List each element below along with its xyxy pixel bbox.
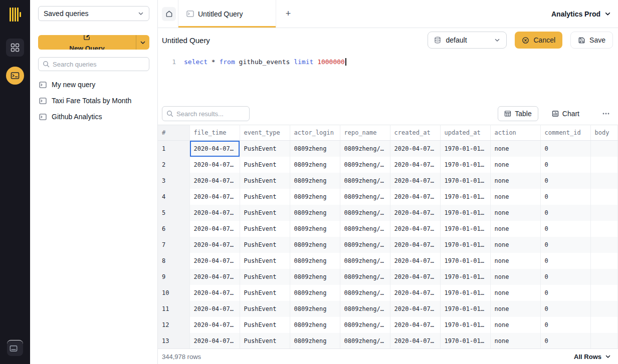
cell-body[interactable] xyxy=(590,141,618,157)
cancel-button[interactable]: Cancel xyxy=(515,32,562,49)
cell-actor_login[interactable]: 0809zheng xyxy=(290,189,340,205)
cell-body[interactable] xyxy=(590,221,618,237)
cell-repo_name[interactable]: 0809zheng/… xyxy=(340,253,390,269)
cell-created_at[interactable]: 2020-04-07… xyxy=(390,141,440,157)
cell-updated_at[interactable]: 1970-01-01… xyxy=(440,141,490,157)
cell-actor_login[interactable]: 0809zheng xyxy=(290,141,340,157)
cell-file_time[interactable]: 2020-04-07… xyxy=(189,301,240,317)
cell-comment_id[interactable]: 0 xyxy=(540,189,590,205)
row-number-cell[interactable]: 1 xyxy=(158,141,189,157)
cell-updated_at[interactable]: 1970-01-01… xyxy=(440,333,490,349)
database-select[interactable]: default xyxy=(428,32,507,49)
cell-event_type[interactable]: PushEvent xyxy=(240,269,290,285)
cell-actor_login[interactable]: 0809zheng xyxy=(290,253,340,269)
cell-actor_login[interactable]: 0809zheng xyxy=(290,269,340,285)
save-button[interactable]: Save xyxy=(570,32,613,49)
rail-item-terminal[interactable] xyxy=(7,340,23,356)
service-selector[interactable]: Analytics Prod xyxy=(551,10,611,18)
cell-repo_name[interactable]: 0809zheng/… xyxy=(340,221,390,237)
cell-event_type[interactable]: PushEvent xyxy=(240,221,290,237)
cell-event_type[interactable]: PushEvent xyxy=(240,141,290,157)
cell-event_type[interactable]: PushEvent xyxy=(240,173,290,189)
saved-queries-select[interactable]: Saved queries xyxy=(38,6,149,21)
cell-created_at[interactable]: 2020-04-07… xyxy=(390,285,440,301)
cell-updated_at[interactable]: 1970-01-01… xyxy=(440,301,490,317)
cell-repo_name[interactable]: 0809zheng/… xyxy=(340,285,390,301)
cell-actor_login[interactable]: 0809zheng xyxy=(290,333,340,349)
cell-file_time[interactable]: 2020-04-07… xyxy=(189,237,240,253)
cell-created_at[interactable]: 2020-04-07… xyxy=(390,205,440,221)
cell-file_time[interactable]: 2020-04-07… xyxy=(189,157,240,173)
cell-file_time[interactable]: 2020-04-07… xyxy=(189,141,240,157)
cell-created_at[interactable]: 2020-04-07… xyxy=(390,173,440,189)
cell-body[interactable] xyxy=(590,173,618,189)
cell-event_type[interactable]: PushEvent xyxy=(240,301,290,317)
cell-updated_at[interactable]: 1970-01-01… xyxy=(440,205,490,221)
cell-repo_name[interactable]: 0809zheng/… xyxy=(340,237,390,253)
cell-event_type[interactable]: PushEvent xyxy=(240,285,290,301)
cell-file_time[interactable]: 2020-04-07… xyxy=(189,269,240,285)
cell-updated_at[interactable]: 1970-01-01… xyxy=(440,221,490,237)
cell-action[interactable]: none xyxy=(490,333,540,349)
cell-event_type[interactable]: PushEvent xyxy=(240,157,290,173)
cell-comment_id[interactable]: 0 xyxy=(540,301,590,317)
cell-comment_id[interactable]: 0 xyxy=(540,269,590,285)
cell-updated_at[interactable]: 1970-01-01… xyxy=(440,173,490,189)
cell-action[interactable]: none xyxy=(490,205,540,221)
cell-created_at[interactable]: 2020-04-07… xyxy=(390,253,440,269)
cell-comment_id[interactable]: 0 xyxy=(540,157,590,173)
new-query-button[interactable]: New Query xyxy=(38,35,136,50)
cell-created_at[interactable]: 2020-04-07… xyxy=(390,269,440,285)
row-number-cell[interactable]: 4 xyxy=(158,189,189,205)
more-options-button[interactable] xyxy=(600,108,612,120)
cell-actor_login[interactable]: 0809zheng xyxy=(290,237,340,253)
row-number-cell[interactable]: 3 xyxy=(158,173,189,189)
row-number-cell[interactable]: 8 xyxy=(158,253,189,269)
new-tab-button[interactable]: + xyxy=(282,8,294,20)
cell-created_at[interactable]: 2020-04-07… xyxy=(390,333,440,349)
cell-event_type[interactable]: PushEvent xyxy=(240,317,290,333)
cell-repo_name[interactable]: 0809zheng/… xyxy=(340,333,390,349)
chart-view-button[interactable]: Chart xyxy=(545,106,586,121)
row-number-cell[interactable]: 2 xyxy=(158,157,189,173)
cell-action[interactable]: none xyxy=(490,237,540,253)
cell-actor_login[interactable]: 0809zheng xyxy=(290,205,340,221)
cell-file_time[interactable]: 2020-04-07… xyxy=(189,221,240,237)
saved-query-item[interactable]: Taxi Fare Totals by Month xyxy=(38,93,149,109)
cell-body[interactable] xyxy=(590,317,618,333)
cell-file_time[interactable]: 2020-04-07… xyxy=(189,333,240,349)
rail-item-services[interactable] xyxy=(6,39,24,57)
cell-body[interactable] xyxy=(590,269,618,285)
cell-body[interactable] xyxy=(590,205,618,221)
row-number-cell[interactable]: 10 xyxy=(158,285,189,301)
cell-body[interactable] xyxy=(590,237,618,253)
cell-comment_id[interactable]: 0 xyxy=(540,285,590,301)
row-number-cell[interactable]: 9 xyxy=(158,269,189,285)
cell-updated_at[interactable]: 1970-01-01… xyxy=(440,237,490,253)
cell-repo_name[interactable]: 0809zheng/… xyxy=(340,301,390,317)
query-search-input[interactable] xyxy=(38,57,149,71)
cell-repo_name[interactable]: 0809zheng/… xyxy=(340,317,390,333)
cell-comment_id[interactable]: 0 xyxy=(540,317,590,333)
cell-body[interactable] xyxy=(590,301,618,317)
cell-action[interactable]: none xyxy=(490,141,540,157)
cell-body[interactable] xyxy=(590,285,618,301)
cell-updated_at[interactable]: 1970-01-01… xyxy=(440,157,490,173)
cell-created_at[interactable]: 2020-04-07… xyxy=(390,189,440,205)
cell-actor_login[interactable]: 0809zheng xyxy=(290,221,340,237)
cell-comment_id[interactable]: 0 xyxy=(540,237,590,253)
row-number-cell[interactable]: 12 xyxy=(158,317,189,333)
cell-event_type[interactable]: PushEvent xyxy=(240,189,290,205)
row-number-cell[interactable]: 7 xyxy=(158,237,189,253)
results-search-input[interactable] xyxy=(162,106,250,121)
cell-file_time[interactable]: 2020-04-07… xyxy=(189,253,240,269)
saved-query-item[interactable]: My new query xyxy=(38,77,149,93)
cell-created_at[interactable]: 2020-04-07… xyxy=(390,221,440,237)
row-number-cell[interactable]: 5 xyxy=(158,205,189,221)
sql-editor[interactable]: 1 select * from github_events limit 1000… xyxy=(158,52,618,103)
new-query-dropdown-button[interactable] xyxy=(136,35,149,50)
cell-action[interactable]: none xyxy=(490,285,540,301)
cell-event_type[interactable]: PushEvent xyxy=(240,205,290,221)
cell-file_time[interactable]: 2020-04-07… xyxy=(189,285,240,301)
home-button[interactable] xyxy=(162,7,176,21)
